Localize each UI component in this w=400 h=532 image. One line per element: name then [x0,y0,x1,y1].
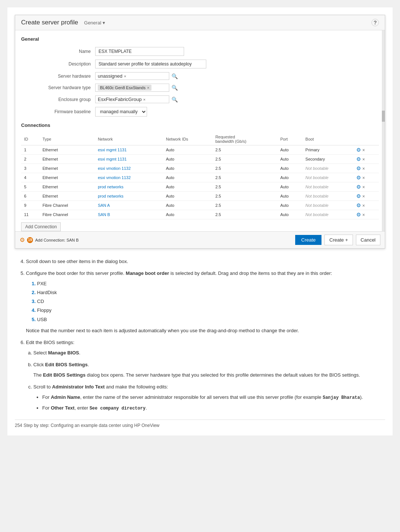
cell-id: 3 [21,164,40,173]
cell-network-ids: Auto [163,210,212,219]
boot-status: Not bootable [306,166,329,171]
cell-port: Auto [277,164,303,173]
cell-type: Ethernet [40,145,95,155]
boot-item-label: HardDisk [37,290,57,295]
scrollbar-thumb[interactable] [382,111,385,122]
cell-boot: Secondary [303,155,354,164]
remove-connection-icon[interactable]: × [362,148,365,153]
remove-connection-icon[interactable]: × [362,175,365,181]
server-hardware-tag-input[interactable]: unassigned × [95,72,169,80]
server-hardware-type-tag-text: BL460c Gen8 EsxStands [100,85,146,90]
network-link[interactable]: esxi mgmt 1131 [98,157,127,161]
server-hardware-clear-icon[interactable]: × [124,74,126,78]
cell-actions: ⚙ × [353,210,379,219]
cell-boot: Not bootable [303,201,354,210]
server-hardware-type-label: Server hardware type [21,85,95,90]
warning-icon: ⚙ [20,236,25,243]
remove-connection-icon[interactable]: × [362,203,365,208]
edit-connection-icon[interactable]: ⚙ [356,193,361,199]
remove-connection-icon[interactable]: × [362,185,365,190]
cell-network: esxi vmotion 1132 [95,164,163,173]
step-6: Edit the BIOS settings: Select Manage BI… [26,339,381,412]
enclosure-group-search-icon[interactable]: 🔍 [171,97,178,102]
name-label: Name [21,49,95,54]
connections-table-body: 1 Ethernet esxi mgmt 1131 Auto 2.5 Auto … [21,145,379,219]
edit-connection-icon[interactable]: ⚙ [356,165,361,171]
server-hardware-type-clear-icon[interactable]: × [147,85,149,90]
cell-type: Ethernet [40,164,95,173]
remove-connection-icon[interactable]: × [362,194,365,199]
help-button[interactable]: ? [371,19,379,26]
cell-network-ids: Auto [163,182,212,192]
cell-actions: ⚙ × [353,164,379,173]
cell-actions: ⚙ × [353,155,379,164]
col-network: Network [95,133,163,145]
cell-port: Auto [277,155,303,164]
cell-port: Auto [277,201,303,210]
boot-order-item: PXE [37,280,381,288]
dialog-footer: ⚙ 19 Add Connection: SAN B Create Create… [15,231,385,248]
description-input[interactable] [95,60,206,68]
network-link[interactable]: prod networks [98,185,123,189]
enclosure-group-clear-icon[interactable]: × [143,97,145,102]
edit-connection-icon[interactable]: ⚙ [356,212,361,218]
dialog-title: Create server profile [21,19,78,26]
step-6a: Select Manage BIOS. [33,349,381,357]
firmware-baseline-select[interactable]: managed manually [95,107,147,117]
create-button[interactable]: Create [295,235,321,245]
col-id: ID [21,133,40,145]
server-hardware-search-icon[interactable]: 🔍 [171,73,178,79]
cell-network-ids: Auto [163,201,212,210]
name-input[interactable] [95,47,184,56]
server-hardware-type-tag-input[interactable]: BL460c Gen8 EsxStands × [95,84,169,92]
instructions-list: Scroll down to see other items in the di… [26,257,381,412]
edit-connection-icon[interactable]: ⚙ [356,184,361,190]
col-port: Port [277,133,303,145]
boot-item-label: USB [37,317,47,322]
edit-connection-icon[interactable]: ⚙ [356,202,361,208]
cell-network: SAN A [95,201,163,210]
cell-port: Auto [277,182,303,192]
dialog-body: General Name Description Server hardware [15,30,385,231]
boot-item-label: PXE [37,281,47,286]
cell-boot: Not bootable [303,164,354,173]
cell-port: Auto [277,210,303,219]
boot-status: Not bootable [306,194,329,198]
cell-network: prod networks [95,182,163,192]
remove-connection-icon[interactable]: × [362,212,365,218]
table-row: 9 Fibre Channel SAN A Auto 2.5 Auto Not … [21,201,379,210]
add-connection-button[interactable]: Add Connection [21,222,61,231]
network-link[interactable]: esxi vmotion 1132 [98,175,131,180]
scrollbar-track[interactable] [382,30,385,231]
cell-boot: Primary [303,145,354,155]
description-label: Description [21,61,95,67]
cell-boot: Not bootable [303,210,354,219]
step-6b-detail: The Edit BIOS Settings dialog box opens.… [33,371,381,379]
network-link[interactable]: prod networks [98,194,123,198]
name-row: Name [21,47,379,56]
enclosure-group-tag-input[interactable]: EsxFlexFabricGroup × [95,95,169,103]
step5-notice: Notice that the number next to each item… [26,327,381,335]
enclosure-group-value: EsxFlexFabricGroup × 🔍 [95,95,178,103]
page-number: 254 [15,423,22,428]
edit-connection-icon[interactable]: ⚙ [356,147,361,153]
remove-connection-icon[interactable]: × [362,166,365,171]
create-plus-button[interactable]: Create + [324,235,353,245]
network-link[interactable]: SAN B [98,212,110,217]
general-section-title: General [21,36,379,42]
server-hardware-type-search-icon[interactable]: 🔍 [171,85,178,91]
description-value [95,60,206,68]
cell-boot: Not bootable [303,192,354,201]
network-link[interactable]: esxi mgmt 1131 [98,148,127,152]
remove-connection-icon[interactable]: × [362,157,365,162]
cancel-button[interactable]: Cancel [356,235,380,245]
col-boot: Boot [303,133,354,145]
edit-connection-icon[interactable]: ⚙ [356,175,361,181]
server-hardware-row: Server hardware unassigned × 🔍 [21,72,379,80]
dialog-tab-general[interactable]: General ▾ [84,20,105,26]
network-link[interactable]: esxi vmotion 1132 [98,166,131,171]
cell-network: esxi vmotion 1132 [95,173,163,182]
cell-network-ids: Auto [163,192,212,201]
network-link[interactable]: SAN A [98,203,110,208]
edit-connection-icon[interactable]: ⚙ [356,156,361,162]
